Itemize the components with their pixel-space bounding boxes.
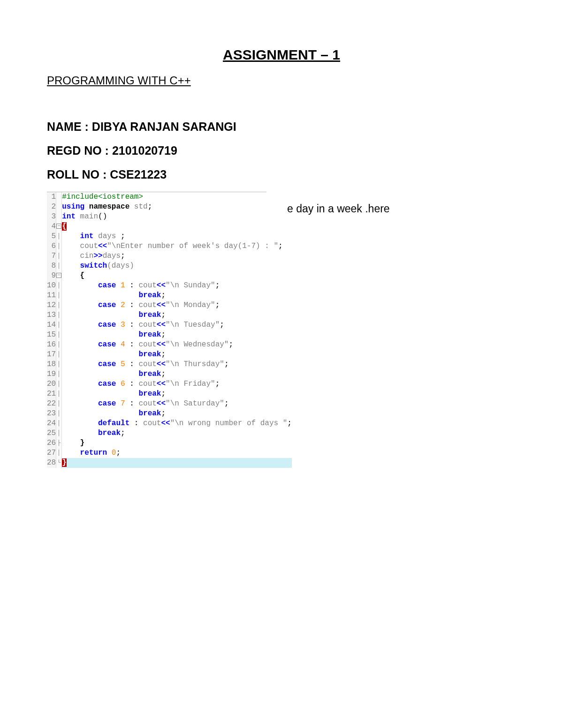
fold-toggle[interactable]: − — [56, 271, 62, 281]
line-number: 3 — [47, 212, 56, 222]
line-number: 24 — [47, 419, 56, 428]
code-line: cin>>days; — [62, 251, 292, 261]
code-line: case 4 : cout<<"\n Wednesday"; — [62, 340, 292, 350]
line-number: 7 — [47, 251, 56, 261]
code-line: switch(days) — [62, 261, 292, 271]
code-line: case 1 : cout<<"\n Sunday"; — [62, 281, 292, 291]
code-line: case 3 : cout<<"\n Tuesday"; — [62, 320, 292, 330]
student-name: NAME : DIBYA RANJAN SARANGI — [47, 120, 516, 134]
code-line-active: } — [62, 458, 292, 468]
code-line: break; — [62, 428, 292, 438]
code-line: break; — [62, 330, 292, 340]
line-number: 16 — [47, 340, 56, 350]
fold-gutter — [56, 192, 62, 202]
code-line: { — [62, 271, 292, 281]
line-number: 25 — [47, 428, 56, 438]
line-number: 14 — [47, 320, 56, 330]
course-subtitle: PROGRAMMING WITH C++ — [47, 74, 516, 87]
collapse-icon: − — [56, 273, 61, 278]
line-number: 4 — [47, 222, 56, 232]
line-number: 19 — [47, 369, 56, 379]
code-line: break; — [62, 369, 292, 379]
code-line: } — [62, 438, 292, 448]
line-number: 22 — [47, 399, 56, 409]
line-number: 28 — [47, 458, 56, 468]
fold-toggle[interactable]: − — [56, 222, 62, 232]
line-number: 5 — [47, 232, 56, 241]
code-line: case 7 : cout<<"\n Saturday"; — [62, 399, 292, 409]
code-table: 1#include<iostream> 2using namespace std… — [47, 192, 292, 468]
code-line: break; — [62, 389, 292, 399]
line-number: 6 — [47, 241, 56, 251]
code-line: return 0; — [62, 448, 292, 458]
code-line: break; — [62, 409, 292, 419]
line-number: 8 — [47, 261, 56, 271]
preprocessor: #include<iostream> — [62, 193, 143, 201]
line-number: 18 — [47, 360, 56, 369]
roll-number: ROLL NO : CSE21223 — [47, 168, 516, 181]
line-number: 13 — [47, 310, 56, 320]
line-number: 20 — [47, 379, 56, 389]
line-number: 1 — [47, 192, 56, 202]
line-number: 27 — [47, 448, 56, 458]
line-number: 11 — [47, 291, 56, 300]
line-number: 17 — [47, 350, 56, 360]
line-number: 26 — [47, 438, 56, 448]
code-line: break; — [62, 310, 292, 320]
line-number: 10 — [47, 281, 56, 291]
line-number: 12 — [47, 300, 56, 310]
code-line: using namespace std; — [62, 202, 292, 212]
collapse-icon: − — [56, 224, 61, 229]
code-line: int main() — [62, 212, 292, 222]
line-number: 15 — [47, 330, 56, 340]
code-line: break; — [62, 291, 292, 300]
line-number: 23 — [47, 409, 56, 419]
code-line: #include<iostream> — [62, 192, 292, 202]
page-title: ASSIGNMENT – 1 — [47, 47, 516, 63]
code-line: int days ; — [62, 232, 292, 241]
code-editor: 1#include<iostream> 2using namespace std… — [47, 192, 266, 468]
code-line: default : cout<<"\n wrong number of days… — [62, 419, 292, 428]
line-number: 21 — [47, 389, 56, 399]
code-line: cout<<"\nEnter number of week's day(1-7)… — [62, 241, 292, 251]
regd-number: REGD NO : 2101020719 — [47, 144, 516, 158]
code-line: { — [62, 222, 292, 232]
code-line: case 5 : cout<<"\n Thursday"; — [62, 360, 292, 369]
line-number: 9 — [47, 271, 56, 281]
code-line: case 6 : cout<<"\n Friday"; — [62, 379, 292, 389]
line-number: 2 — [47, 202, 56, 212]
code-line: break; — [62, 350, 292, 360]
code-line: case 2 : cout<<"\n Monday"; — [62, 300, 292, 310]
stray-text: e day in a week .here — [287, 203, 390, 215]
